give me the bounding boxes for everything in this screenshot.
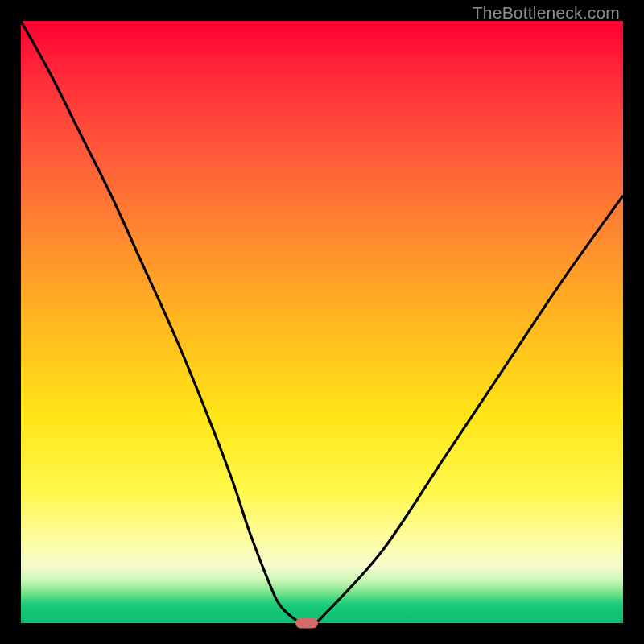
chart-frame: TheBottleneck.com [0, 0, 644, 644]
bottleneck-curve [21, 21, 623, 623]
curve-path [21, 21, 623, 623]
watermark-text: TheBottleneck.com [473, 3, 620, 23]
plot-area [21, 21, 623, 623]
bottleneck-marker [295, 618, 318, 629]
